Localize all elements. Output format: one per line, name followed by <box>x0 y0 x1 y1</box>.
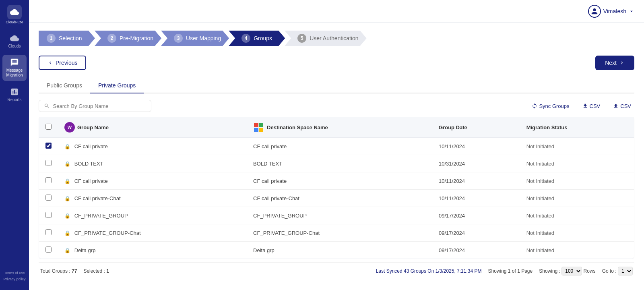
tab-private-groups[interactable]: Private Groups <box>90 78 144 93</box>
table-row: 🔒 Delta grp Delta grp 09/17/2024 Not Ini… <box>39 242 634 259</box>
previous-button[interactable]: Previous <box>39 56 86 70</box>
showing-page: Showing 1 of 1 Page <box>488 268 533 274</box>
row-checkbox-cell[interactable] <box>39 138 58 155</box>
search-box[interactable] <box>39 100 151 112</box>
row-checkbox-cell[interactable] <box>39 172 58 190</box>
user-menu[interactable]: Vimalesh <box>588 5 634 18</box>
page-header: Vimalesh <box>29 0 644 23</box>
row-checkbox[interactable] <box>45 195 52 201</box>
sidebar-item-clouds[interactable]: Clouds <box>2 31 27 52</box>
total-groups: Total Groups : 77 <box>40 268 77 274</box>
selected-count: Selected : 1 <box>83 268 109 274</box>
row-checkbox-cell[interactable] <box>39 190 58 207</box>
row-checkbox[interactable] <box>45 212 52 218</box>
group-date-header: Group Date <box>432 117 520 138</box>
group-name-header: W Group Name <box>58 117 247 138</box>
destination-header: Destination Space Name <box>247 117 432 138</box>
next-icon <box>619 60 625 66</box>
step-selection[interactable]: 1 Selection <box>39 31 95 46</box>
step-5-label: User Authentication <box>310 35 358 41</box>
last-synced-text: Last Synced 43 Groups On 1/3/2025, 7:11:… <box>376 268 482 274</box>
privacy-policy-link[interactable]: Privacy policy <box>3 276 25 282</box>
step-5-number: 5 <box>297 34 306 43</box>
row-date: 10/31/2024 <box>432 155 520 172</box>
row-date: 10/11/2024 <box>432 172 520 190</box>
row-group-name: 🔒 CF call private <box>58 172 247 190</box>
step-1-number: 1 <box>47 34 56 43</box>
row-destination: CF call private-Chat <box>247 190 432 207</box>
row-status: Not Initiated <box>520 207 634 224</box>
main-content: Vimalesh 1 Selection 2 Pre-Migration 3 U… <box>29 0 644 290</box>
step-pre-migration[interactable]: 2 Pre-Migration <box>95 31 161 46</box>
select-all-header[interactable] <box>39 117 58 138</box>
rows-select[interactable]: 100 50 25 <box>561 267 582 276</box>
dest-icon <box>253 122 264 133</box>
goto-page: Go to : 1 <box>602 267 633 276</box>
sidebar-item-message-migration[interactable]: Message Migration <box>2 55 27 81</box>
step-4-number: 4 <box>242 34 250 43</box>
groups-table-wrapper: W Group Name <box>39 117 634 259</box>
navigation-row: Previous Next <box>39 56 634 70</box>
sidebar: CloudFuze Clouds Message Migration Repor… <box>0 0 29 290</box>
user-avatar <box>588 5 601 18</box>
row-group-name: 🔒 BOLD TEXT <box>58 155 247 172</box>
table-header-row: W Group Name <box>39 117 634 138</box>
sync-groups-button[interactable]: Sync Groups <box>528 102 572 111</box>
stepper: 1 Selection 2 Pre-Migration 3 User Mappi… <box>39 31 634 46</box>
row-date: 10/11/2024 <box>432 190 520 207</box>
svg-rect-3 <box>259 128 263 132</box>
row-date: 09/17/2024 <box>432 224 520 242</box>
download-icon <box>582 103 588 109</box>
table-footer: Total Groups : 77 Selected : 1 Last Sync… <box>39 262 634 280</box>
step-user-mapping[interactable]: 3 User Mapping <box>161 31 229 46</box>
lock-icon: 🔒 <box>64 213 70 219</box>
row-checkbox-cell[interactable] <box>39 242 58 259</box>
table-body: 🔒 CF call private CF call private 10/11/… <box>39 138 634 259</box>
app-logo: CloudFuze <box>6 5 23 24</box>
tab-public-groups[interactable]: Public Groups <box>39 78 90 93</box>
row-checkbox-cell[interactable] <box>39 155 58 172</box>
row-checkbox[interactable] <box>45 229 52 235</box>
next-button[interactable]: Next <box>595 56 634 70</box>
row-checkbox[interactable] <box>45 160 52 166</box>
search-input[interactable] <box>53 103 146 109</box>
logo-icon <box>7 5 22 19</box>
table-row: 🔒 CF call private-Chat CF call private-C… <box>39 190 634 207</box>
step-user-authentication[interactable]: 5 User Authentication <box>285 31 366 46</box>
sidebar-item-reports[interactable]: Reports <box>2 84 27 105</box>
lock-icon: 🔒 <box>64 178 70 184</box>
row-status: Not Initiated <box>520 138 634 155</box>
row-destination: CF call private <box>247 172 432 190</box>
select-all-checkbox[interactable] <box>45 124 52 130</box>
table-row: 🔒 BOLD TEXT BOLD TEXT 10/31/2024 Not Ini… <box>39 155 634 172</box>
step-3-number: 3 <box>174 34 183 43</box>
svg-rect-0 <box>254 123 258 127</box>
step-groups[interactable]: 4 Groups <box>229 31 285 46</box>
row-checkbox[interactable] <box>45 143 52 149</box>
group-tabs: Public Groups Private Groups <box>39 78 634 93</box>
step-1-label: Selection <box>59 35 82 41</box>
row-destination: CF_PRIVATE_GROUP <box>247 207 432 224</box>
sync-icon <box>532 103 537 109</box>
row-checkbox-cell[interactable] <box>39 207 58 224</box>
row-checkbox[interactable] <box>45 177 52 183</box>
table-toolbar: Sync Groups CSV CSV <box>39 100 634 112</box>
groups-table: W Group Name <box>39 117 634 259</box>
lock-icon: 🔒 <box>64 161 70 167</box>
table-row: 🔒 CF_PRIVATE_GROUP-Chat CF_PRIVATE_GROUP… <box>39 224 634 242</box>
goto-select[interactable]: 1 <box>618 267 633 276</box>
user-dropdown-icon <box>629 8 634 14</box>
row-date: 10/11/2024 <box>432 138 520 155</box>
step-2-label: Pre-Migration <box>120 35 153 41</box>
lock-icon: 🔒 <box>64 144 70 149</box>
migration-status-header: Migration Status <box>520 117 634 138</box>
step-3-label: User Mapping <box>186 35 221 41</box>
table-row: 🔒 CF call private CF call private 10/11/… <box>39 138 634 155</box>
csv-upload-button[interactable]: CSV <box>610 102 634 111</box>
csv-download-button[interactable]: CSV <box>579 102 604 111</box>
row-checkbox[interactable] <box>45 246 52 253</box>
row-status: Not Initiated <box>520 224 634 242</box>
terms-of-use-link[interactable]: Terms of use <box>3 270 25 276</box>
row-checkbox-cell[interactable] <box>39 224 58 242</box>
total-groups-value: 77 <box>72 268 77 274</box>
